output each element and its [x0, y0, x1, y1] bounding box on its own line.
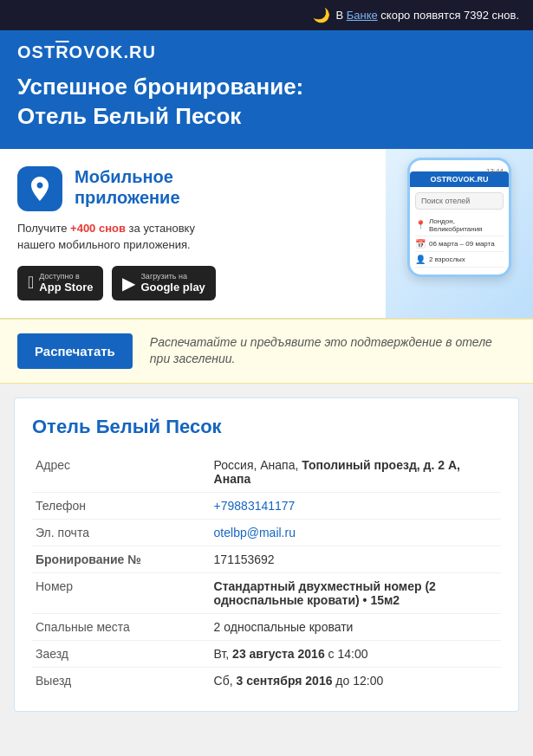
phone-guests-field: 👤 2 взрослых	[415, 252, 504, 268]
table-row: Номер Стандартный двухместный номер (2 о…	[32, 572, 501, 613]
googleplay-button[interactable]: ▶ Загрузить на Google play	[112, 266, 215, 300]
app-promo-desc: Получите +400 снов за установкунашего мо…	[17, 220, 368, 254]
phone-dates-field: 📅 06 марта – 09 марта	[415, 236, 504, 252]
appstore-text: Доступно в App Store	[39, 272, 93, 294]
print-notice: Распечатайте и предъявите это подтвержде…	[150, 334, 516, 368]
apple-icon: 	[28, 273, 34, 293]
table-row: Спальные места 2 односпальные кровати	[32, 613, 501, 640]
checkout-value: Сб, 3 сентября 2016 до 12:00	[211, 667, 501, 694]
beds-label: Спальные места	[32, 613, 211, 640]
location-icon: 📍	[415, 220, 426, 229]
booking-num-label: Бронирование №	[32, 546, 211, 572]
checkout-label: Выезд	[32, 667, 211, 694]
print-button[interactable]: Распечатать	[17, 333, 133, 369]
guests-icon: 👤	[415, 255, 426, 264]
room-label: Номер	[32, 572, 211, 613]
address-value: Россия, Анапа, Тополиный проезд, д. 2 А,…	[211, 452, 501, 493]
phone-mockup-area: 13:44 OSTROVOK.RU Поиск отелей 📍 Лондон,…	[386, 149, 533, 318]
googleplay-label: Загрузить на	[140, 272, 205, 281]
booking-info-table: Адрес Россия, Анапа, Тополиный проезд, д…	[32, 452, 501, 694]
address-label: Адрес	[32, 452, 211, 493]
email-link[interactable]: otelbp@mail.ru	[214, 526, 296, 540]
phone-label: Телефон	[32, 492, 211, 519]
bonus-text: +400 снов	[70, 222, 126, 235]
phone-location: Лондон,Великобритания	[429, 217, 482, 233]
checkin-label: Заезд	[32, 640, 211, 667]
bank-link[interactable]: Банке	[347, 9, 378, 22]
phone-value: +79883141177	[211, 492, 501, 519]
appstore-name: App Store	[39, 281, 93, 294]
googleplay-text: Загрузить на Google play	[140, 272, 205, 294]
table-row: Заезд Вт, 23 августа 2016 с 14:00	[32, 640, 501, 667]
hotel-name: Отель Белый Песок	[32, 416, 501, 438]
phone-dates: 06 марта – 09 марта	[429, 240, 495, 248]
phone-location-field: 📍 Лондон,Великобритания	[415, 215, 504, 236]
app-icon	[17, 166, 62, 211]
phone-guests: 2 взрослых	[429, 255, 465, 263]
phone-link[interactable]: +79883141177	[214, 499, 296, 513]
app-promo-title: Мобильноеприложение	[75, 166, 180, 208]
topbar-text: В Банке скоро появятся 7392 снов.	[335, 9, 519, 22]
print-section: Распечатать Распечатайте и предъявите эт…	[0, 319, 533, 384]
room-value: Стандартный двухместный номер (2 односпа…	[211, 572, 501, 613]
calendar-icon: 📅	[415, 239, 426, 249]
appstore-button[interactable]:  Доступно в App Store	[17, 266, 103, 300]
top-notification-bar: 🌙 В Банке скоро появятся 7392 снов.	[0, 0, 533, 30]
table-row: Эл. почта otelbp@mail.ru	[32, 519, 501, 546]
email-label: Эл. почта	[32, 519, 211, 546]
table-row: Бронирование № 171153692	[32, 546, 501, 572]
appstore-label: Доступно в	[39, 272, 93, 281]
header-section: OSTROVOK.RU Успешное бронирование:Отель …	[0, 30, 533, 149]
logo: OSTROVOK.RU	[17, 42, 516, 62]
checkin-value: Вт, 23 августа 2016 с 14:00	[211, 640, 501, 667]
page-title: Успешное бронирование:Отель Белый Песок	[17, 73, 516, 132]
table-row: Телефон +79883141177	[32, 492, 501, 519]
table-row: Выезд Сб, 3 сентября 2016 до 12:00	[32, 667, 501, 694]
phone-mockup: 13:44 OSTROVOK.RU Поиск отелей 📍 Лондон,…	[407, 158, 511, 277]
googleplay-name: Google play	[140, 281, 205, 294]
booking-card: Отель Белый Песок Адрес Россия, Анапа, Т…	[14, 397, 519, 712]
phone-search-label: Поиск отелей	[415, 192, 504, 210]
app-promo-section: Мобильноеприложение Получите +400 снов з…	[0, 149, 533, 319]
email-value: otelbp@mail.ru	[211, 519, 501, 546]
table-row: Адрес Россия, Анапа, Тополиный проезд, д…	[32, 452, 501, 493]
location-pin-icon	[26, 175, 54, 203]
google-play-icon: ▶	[122, 273, 135, 294]
app-promo-content: Мобильноеприложение Получите +400 снов з…	[0, 149, 386, 318]
booking-num-value: 171153692	[211, 546, 501, 572]
app-store-buttons:  Доступно в App Store ▶ Загрузить на Go…	[17, 266, 368, 300]
beds-value: 2 односпальные кровати	[211, 613, 501, 640]
moon-icon: 🌙	[313, 7, 330, 23]
